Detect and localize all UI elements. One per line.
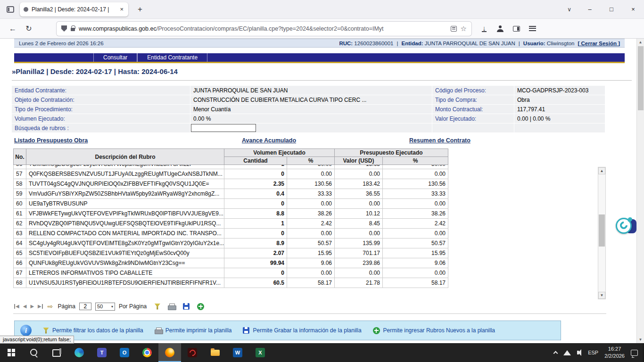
table-row[interactable]: 63 RELLENO COMPACTADO CON MATERIAL IMPOR…	[14, 229, 448, 239]
firefox-icon[interactable]	[158, 343, 181, 362]
table-row[interactable]: 57 Q0FKQSBERSBESVNZVU5UT1JFUyA0LzggREUgM…	[14, 169, 448, 179]
nav-menu-item[interactable]: Consultar	[93, 53, 137, 62]
rubros-search-input[interactable]	[191, 124, 256, 132]
file-explorer-icon[interactable]	[204, 343, 226, 362]
cell-cantidad[interactable]: 0.4	[224, 189, 287, 199]
cell-descripcion: TUVTT04gSC4gQVJNQURPIElOQ0xZIFBBVEFTIFkg…	[26, 179, 224, 189]
bookmark-star-icon[interactable]: ☆	[461, 25, 467, 33]
start-icon[interactable]	[0, 343, 23, 362]
acrobat-icon[interactable]	[181, 343, 204, 362]
sidebar-icon[interactable]	[513, 26, 520, 32]
report-link[interactable]: Avance Acumulado	[242, 137, 296, 144]
assistant-widget[interactable]	[616, 218, 636, 235]
list-tabs-icon[interactable]: ∨	[560, 6, 579, 13]
filter-icon[interactable]	[154, 304, 160, 310]
cell-cantidad[interactable]: 8.8	[224, 209, 287, 219]
url-text[interactable]: www.compraspublicas.gob.ec/ProcesoContra…	[79, 25, 447, 32]
clock[interactable]: 16:27 2/2/2026	[604, 346, 625, 360]
table-row[interactable]: 58 TUVTT04gSC4gQVJNQURPIElOQ0xZIFBBVEFTI…	[14, 179, 448, 189]
status-bar: javascript:void(0);return false;	[0, 336, 74, 344]
cell-cantidad[interactable]: 1	[224, 219, 287, 229]
excel-icon[interactable]	[249, 343, 272, 362]
scroll-up-icon[interactable]: ▲	[598, 167, 605, 174]
refresh-icon[interactable]: ↻	[22, 22, 36, 36]
reader-view-icon[interactable]	[451, 26, 457, 32]
page-number-input[interactable]	[79, 303, 91, 310]
table-scrollbar[interactable]: ▲ ▼	[598, 167, 606, 299]
menu-icon[interactable]	[529, 26, 536, 31]
cell-no: 60	[14, 199, 26, 209]
edge-icon[interactable]	[68, 343, 91, 362]
go-to-page-icon[interactable]: ⇨	[48, 303, 53, 310]
language-indicator[interactable]: ESP	[588, 350, 598, 355]
table-row[interactable]: 60 UE9aTyBTRVBUSUNP 0 0.00 0.00 0.00	[14, 199, 448, 209]
tracking-shield-icon[interactable]	[61, 25, 67, 32]
last-page-icon[interactable]: ▶	[38, 304, 43, 309]
table-row[interactable]: 65 SC5TIEVOIFpBUEFUQSBZIE1VUk9TIEYtQz0gM…	[14, 248, 448, 258]
table-row[interactable]: 59 VmVudGFuYSBiYXRpZW50ZSBhbHVtaW5pby92a…	[14, 189, 448, 199]
table-row[interactable]: 68 U1VNSU5JU1RSTyBFIElOU1RBTEFDSU9OIERFI…	[14, 278, 448, 288]
add-rubro-icon[interactable]	[197, 303, 204, 310]
table-row[interactable]: 66 QUNFUk8gREUgUkVGVUVSWk8gZnk9NDIwMGtnY…	[14, 258, 448, 268]
window-close-button[interactable]: ×	[622, 0, 644, 19]
volume-icon[interactable]	[577, 351, 579, 354]
cell-cantidad[interactable]: 2.35	[224, 179, 287, 189]
new-tab-button[interactable]: +	[134, 4, 146, 15]
page-size-select[interactable]: 50 ▾	[95, 303, 115, 311]
assistant-icon[interactable]	[616, 218, 632, 234]
search-icon[interactable]	[23, 343, 45, 362]
cell-no: 68	[14, 278, 26, 288]
table-row[interactable]: 67 LETREROS INFORMATIVOS TIPO CABALLETE …	[14, 268, 448, 278]
save-icon[interactable]	[183, 303, 190, 310]
task-view-icon[interactable]	[45, 343, 68, 362]
cell-no: 59	[14, 189, 26, 199]
prev-page-icon[interactable]: ◀	[23, 304, 27, 309]
cell-cantidad[interactable]: 0	[224, 169, 287, 179]
cell-cantidad[interactable]: 0	[224, 199, 287, 209]
table-row[interactable]: 61 VFJBWkFETywgUkVQTEFOVEVPIFkgTklWRUxBQ…	[14, 209, 448, 219]
notification-center-icon[interactable]	[631, 350, 638, 356]
teams-icon[interactable]	[91, 343, 113, 362]
cell-cantidad[interactable]: 8.9	[224, 239, 287, 248]
scroll-down-icon[interactable]: ▼	[637, 337, 644, 342]
firefox-view-icon[interactable]	[7, 6, 14, 13]
chrome-icon[interactable]	[136, 343, 158, 362]
scroll-up-icon[interactable]: ▲	[637, 40, 644, 44]
scrollbar-thumb[interactable]	[599, 214, 605, 247]
downloads-icon[interactable]: ↓	[482, 25, 487, 33]
report-link[interactable]: Resumen de Contrato	[409, 137, 471, 144]
page-scrollbar[interactable]: ▲ ▼	[636, 39, 644, 343]
report-link[interactable]: Listado Presupuesto Obra	[14, 137, 88, 144]
back-icon[interactable]: ←	[6, 22, 20, 36]
cell-cantidad[interactable]: 2.07	[224, 248, 287, 258]
address-bar[interactable]: www.compraspublicas.gob.ec/ProcesoContra…	[57, 22, 471, 36]
scrollbar-thumb[interactable]	[638, 46, 644, 110]
logout-link[interactable]: [ Cerrar Sesión ]	[578, 41, 620, 46]
cell-cantidad[interactable]: 1	[224, 165, 287, 169]
window-minimize-button[interactable]: –	[579, 0, 601, 19]
first-page-icon[interactable]: ◀	[14, 304, 19, 309]
window-maximize-button[interactable]: □	[601, 0, 622, 19]
cell-cantidad[interactable]: 60.5	[224, 278, 287, 288]
tab-close-icon[interactable]: ×	[119, 6, 124, 13]
nav-menu-item[interactable]: Entidad Contratante	[137, 53, 207, 62]
lock-icon[interactable]	[71, 28, 75, 31]
table-row[interactable]: 64 SC4gUy4gRU4gUkVQTEFOVElMTE8gZsK0Yz0gM…	[14, 239, 448, 248]
next-page-icon[interactable]: ▶	[30, 304, 34, 309]
print-icon[interactable]	[168, 304, 175, 310]
cell-volumen-pct: 0.00	[287, 169, 335, 179]
scroll-down-icon[interactable]: ▼	[598, 292, 605, 299]
hidden-icons-chevron-icon[interactable]	[553, 351, 558, 356]
account-icon[interactable]	[497, 25, 504, 32]
browser-tab[interactable]: Planilla2 | Desde: 2024-02-17 | ×	[20, 2, 128, 16]
cell-cantidad[interactable]: 0	[224, 229, 287, 239]
cell-cantidad[interactable]: 99.94	[224, 258, 287, 268]
cell-cantidad[interactable]: 0	[224, 268, 287, 278]
word-icon[interactable]	[226, 343, 249, 362]
table-row[interactable]: 62 RVhDQVZBQ0lPTiBNQU5VQUwgUEFSQSBQTElOV…	[14, 219, 448, 229]
table-row[interactable]: 56 TGxhdmUgZGUgcGFzbyBNTSBtYW5pamEgcmVkb…	[14, 165, 448, 169]
col-presupuesto-pct: %	[383, 157, 448, 165]
outlook-icon[interactable]	[113, 343, 136, 362]
detail-label: Volumen Ejecutado:	[12, 114, 190, 123]
wifi-icon[interactable]	[563, 350, 571, 355]
